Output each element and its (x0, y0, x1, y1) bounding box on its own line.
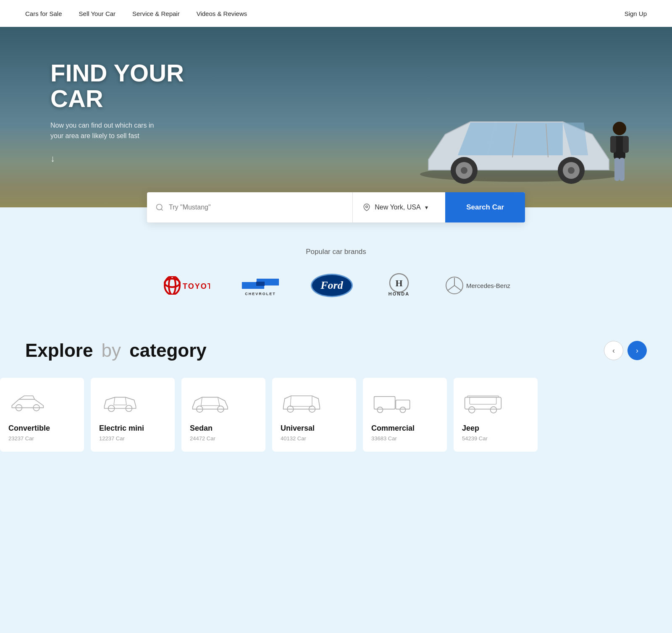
svg-point-9 (613, 122, 626, 135)
brands-row: TOYOTA CHEVROLET Ford H HONDA (25, 273, 647, 298)
navbar: Cars for Sale Sell Your Car Service & Re… (0, 0, 672, 27)
universal-car-icon (281, 390, 323, 416)
category-count: 24472 Car (190, 435, 215, 442)
svg-rect-11 (610, 136, 616, 153)
svg-point-6 (568, 167, 575, 174)
svg-rect-45 (467, 396, 499, 397)
honda-icon: H HONDA (382, 273, 416, 298)
category-card-jeep[interactable]: Jeep 54239 Car (454, 378, 538, 452)
electric-mini-car-icon (99, 390, 141, 416)
brands-title: Popular car brands (25, 248, 647, 256)
chevron-down-icon: ▾ (425, 204, 428, 211)
hero-content: FIND YOUR CAR Now you can find out which… (50, 60, 184, 164)
category-row: Convertible 23237 Car Electric mini 1223… (0, 378, 672, 452)
svg-rect-14 (620, 158, 625, 181)
svg-rect-44 (470, 397, 496, 404)
next-arrow[interactable]: › (627, 341, 647, 360)
svg-text:H: H (395, 278, 402, 288)
svg-text:HONDA: HONDA (388, 291, 410, 296)
svg-rect-12 (623, 136, 629, 153)
hero-section: FIND YOUR CAR Now you can find out which… (0, 27, 672, 207)
brand-toyota[interactable]: TOYOTA (160, 276, 210, 295)
category-card-universal[interactable]: Universal 40132 Car (272, 378, 356, 452)
explore-header: Explore by category ‹ › (25, 340, 647, 361)
hero-subtitle: Now you can find out which cars in your … (50, 120, 168, 141)
location-text: New York, USA (375, 204, 420, 211)
category-card-electric-mini[interactable]: Electric mini 12237 Car (91, 378, 175, 452)
ford-icon: Ford (311, 274, 352, 297)
commercial-car-icon (371, 390, 413, 416)
hero-person-image (607, 120, 632, 187)
category-name: Sedan (190, 424, 213, 433)
category-card-convertible[interactable]: Convertible 23237 Car (0, 378, 84, 452)
nav-sell-your-car[interactable]: Sell Your Car (79, 10, 116, 17)
category-name: Universal (281, 424, 315, 433)
search-button[interactable]: Search Car (445, 192, 525, 222)
brands-section: Popular car brands TOYOTA CHEVROLET Ford (0, 222, 672, 315)
location-icon (363, 204, 370, 211)
category-name: Electric mini (99, 424, 144, 433)
toyota-icon: TOYOTA (160, 276, 210, 295)
location-selector[interactable]: New York, USA ▾ (353, 192, 445, 222)
category-count: 23237 Car (8, 435, 34, 442)
category-name: Commercial (371, 424, 415, 433)
hero-car-image (403, 101, 638, 186)
explore-section: Explore by category ‹ › Convertible 2323… (0, 315, 672, 468)
svg-point-46 (469, 407, 475, 413)
brand-ford[interactable]: Ford (311, 274, 352, 297)
brand-honda[interactable]: H HONDA (382, 273, 416, 298)
jeep-car-icon (462, 390, 504, 416)
explore-title: Explore by category (25, 340, 207, 361)
brand-mercedes[interactable]: Mercedes-Benz (445, 276, 512, 295)
svg-rect-13 (614, 158, 620, 181)
search-bar-wrapper: New York, USA ▾ Search Car (0, 192, 672, 222)
hero-title: FIND YOUR CAR (50, 60, 184, 112)
category-count: 40132 Car (281, 435, 306, 442)
svg-point-3 (461, 167, 467, 174)
svg-point-41 (377, 407, 383, 413)
svg-text:Mercedes-Benz: Mercedes-Benz (466, 282, 510, 289)
svg-point-42 (400, 407, 405, 413)
svg-point-47 (491, 407, 497, 413)
category-nav-arrows: ‹ › (604, 341, 647, 360)
sedan-car-icon (190, 390, 232, 416)
brand-chevrolet[interactable]: CHEVROLET (239, 274, 281, 297)
svg-point-17 (366, 206, 368, 208)
svg-text:TOYOTA: TOYOTA (183, 282, 210, 290)
nav-links: Cars for Sale Sell Your Car Service & Re… (25, 10, 625, 17)
svg-rect-39 (374, 397, 395, 409)
svg-point-15 (157, 204, 162, 210)
category-count: 33683 Car (371, 435, 397, 442)
nav-videos-reviews[interactable]: Videos & Reviews (197, 10, 247, 17)
search-icon (155, 203, 164, 212)
svg-point-20 (165, 279, 180, 287)
search-bar: New York, USA ▾ Search Car (147, 192, 525, 222)
nav-cars-for-sale[interactable]: Cars for Sale (25, 10, 62, 17)
nav-service-repair[interactable]: Service & Repair (132, 10, 180, 17)
svg-line-29 (454, 285, 461, 290)
svg-rect-40 (396, 400, 410, 409)
search-input[interactable] (169, 204, 344, 211)
convertible-car-icon (8, 390, 50, 416)
category-count: 54239 Car (462, 435, 488, 442)
category-card-sedan[interactable]: Sedan 24472 Car (181, 378, 265, 452)
svg-text:CHEVROLET: CHEVROLET (245, 292, 276, 296)
category-count: 12237 Car (99, 435, 125, 442)
svg-line-28 (448, 285, 454, 290)
prev-arrow[interactable]: ‹ (604, 341, 623, 360)
signup-button[interactable]: Sign Up (625, 10, 647, 17)
category-card-commercial[interactable]: Commercial 33683 Car (363, 378, 447, 452)
mercedes-icon: Mercedes-Benz (445, 276, 512, 295)
svg-line-16 (161, 209, 163, 211)
hero-arrow: ↓ (50, 153, 184, 164)
search-input-wrapper[interactable] (147, 192, 353, 222)
category-name: Jeep (462, 424, 479, 433)
chevrolet-icon: CHEVROLET (239, 274, 281, 297)
category-name: Convertible (8, 424, 50, 433)
